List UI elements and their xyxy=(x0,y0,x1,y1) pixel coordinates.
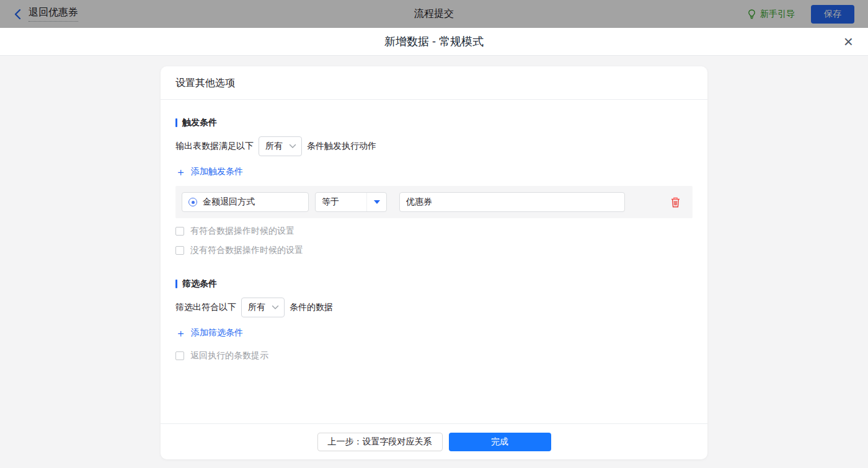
chevron-down-icon xyxy=(289,144,296,149)
trigger-sentence-prefix: 输出表数据满足以下 xyxy=(175,141,254,152)
beginner-guide-label: 新手引导 xyxy=(760,9,795,20)
options-card: 设置其他选项 触发条件 输出表数据满足以下 所有 条件触发执行动作 ＋ 添 xyxy=(161,66,707,459)
card-title: 设置其他选项 xyxy=(161,66,707,100)
filter-mode-row: 筛选出符合以下 所有 条件的数据 xyxy=(175,298,693,317)
close-icon[interactable]: × xyxy=(844,33,853,50)
modal-body: 设置其他选项 触发条件 输出表数据满足以下 所有 条件触发执行动作 ＋ 添 xyxy=(0,66,868,468)
add-trigger-condition-link[interactable]: ＋ 添加触发条件 xyxy=(175,166,243,177)
flow-name-label: 退回优惠券 xyxy=(29,6,78,22)
done-button[interactable]: 完成 xyxy=(449,433,551,451)
filter-mode-value: 所有 xyxy=(248,302,265,313)
delete-condition-button[interactable] xyxy=(671,197,680,208)
caret-down-icon xyxy=(366,193,386,211)
filter-section-title: 筛选条件 xyxy=(175,278,693,289)
save-button[interactable]: 保存 xyxy=(811,5,854,24)
no-match-checkbox-row[interactable]: 没有符合数据操作时候的设置 xyxy=(175,245,693,256)
condition-field-value: 金额退回方式 xyxy=(203,196,255,208)
topbar-page-title: 流程提交 xyxy=(414,7,454,20)
add-filter-condition-label: 添加筛选条件 xyxy=(191,327,243,338)
trigger-section-label: 触发条件 xyxy=(182,117,217,128)
modal-title: 新增数据 - 常规模式 xyxy=(384,34,484,49)
checkbox-unchecked-icon xyxy=(175,351,184,360)
previous-step-button[interactable]: 上一步：设置字段对应关系 xyxy=(317,433,443,451)
condition-operator-select[interactable]: 等于 xyxy=(315,192,387,212)
trigger-sentence-suffix: 条件触发执行动作 xyxy=(307,141,376,152)
trash-icon xyxy=(671,197,680,208)
condition-field-select[interactable]: 金额退回方式 xyxy=(182,192,309,212)
condition-value-input[interactable] xyxy=(399,192,625,212)
trigger-condition-row: 金额退回方式 等于 xyxy=(175,186,693,218)
back-button[interactable]: 退回优惠券 xyxy=(14,6,78,22)
chevron-down-icon xyxy=(272,305,279,310)
add-trigger-condition-label: 添加触发条件 xyxy=(191,166,243,177)
add-filter-condition-link[interactable]: ＋ 添加筛选条件 xyxy=(175,327,243,338)
section-accent-bar xyxy=(175,280,177,288)
trigger-mode-row: 输出表数据满足以下 所有 条件触发执行动作 xyxy=(175,136,693,156)
chevron-left-icon xyxy=(14,9,21,20)
card-footer: 上一步：设置字段对应关系 完成 xyxy=(161,423,707,459)
has-match-label: 有符合数据操作时候的设置 xyxy=(190,226,294,237)
filter-sentence-suffix: 条件的数据 xyxy=(290,302,333,313)
trigger-mode-value: 所有 xyxy=(265,141,283,152)
radio-field-icon xyxy=(188,198,197,206)
beginner-guide-button[interactable]: 新手引导 xyxy=(747,9,795,20)
section-accent-bar xyxy=(175,118,177,127)
count-tip-label: 返回执行的条数提示 xyxy=(190,350,268,361)
checkbox-unchecked-icon xyxy=(175,227,184,236)
plus-icon: ＋ xyxy=(175,167,186,177)
filter-mode-select[interactable]: 所有 xyxy=(241,298,285,317)
modal-header: 新增数据 - 常规模式 × xyxy=(0,28,868,56)
has-match-checkbox-row[interactable]: 有符合数据操作时候的设置 xyxy=(175,226,693,237)
card-content: 触发条件 输出表数据满足以下 所有 条件触发执行动作 ＋ 添加触发条件 xyxy=(161,100,707,423)
condition-operator-value: 等于 xyxy=(316,196,366,208)
filter-section-label: 筛选条件 xyxy=(182,278,217,289)
topbar: 退回优惠券 流程提交 新手引导 保存 xyxy=(0,0,868,28)
checkbox-unchecked-icon xyxy=(175,246,184,255)
lightbulb-icon xyxy=(747,9,756,19)
plus-icon: ＋ xyxy=(175,328,186,338)
trigger-mode-select[interactable]: 所有 xyxy=(259,136,302,156)
count-tip-checkbox-row[interactable]: 返回执行的条数提示 xyxy=(175,350,693,361)
filter-sentence-prefix: 筛选出符合以下 xyxy=(175,302,236,313)
trigger-section-title: 触发条件 xyxy=(175,117,693,128)
no-match-label: 没有符合数据操作时候的设置 xyxy=(190,245,303,256)
